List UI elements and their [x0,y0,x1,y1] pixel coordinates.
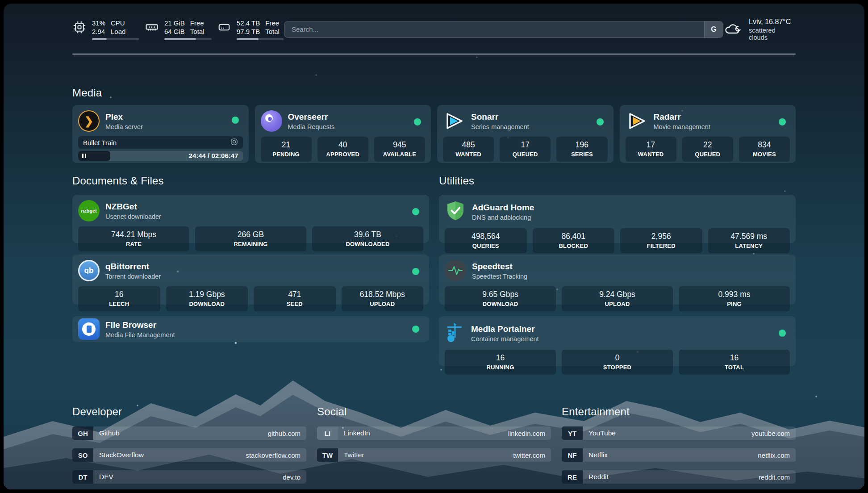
nzbget-name: NZBGet [105,202,161,212]
radarr-icon [626,110,648,132]
weather-condition: scattered clouds [749,27,796,41]
linkedin-abbr-badge: LI [317,426,338,440]
qbittorrent-name: qBittorrent [105,262,161,272]
qbittorrent-stat-leech: 16 LEECH [78,286,160,311]
speedtest-subtitle: Speedtest Tracking [472,273,527,280]
netflix-abbr-badge: NF [562,448,583,462]
bookmark-twitter[interactable]: TW Twitter twitter.com [317,448,551,462]
adguard-name: AdGuard Home [472,203,534,213]
memory-free-value: 21 GiB [164,19,185,27]
qbittorrent-card[interactable]: qb qBittorrent Torrent downloader 16 LEE… [72,255,429,305]
stackoverflow-url: stackoverflow.com [246,451,300,459]
speedtest-card[interactable]: Speedtest Speedtest Tracking 9.65 Gbps D… [439,255,796,305]
plex-progress-bar[interactable]: 24:44 / 02:06:47 [78,151,243,161]
search-bar: G [284,21,723,38]
memory-progress-track [164,38,212,40]
section-media: Media ❯ Plex Media server Bullet Train [72,87,796,163]
filebrowser-status-dot [412,326,419,333]
cpu-usage-value: 31% [92,19,105,27]
overseerr-icon [261,110,282,132]
overseerr-stat-approved: 40 APPROVED [317,137,368,162]
adguard-card[interactable]: AdGuard Home DNS and adblocking 498,564 … [439,195,796,243]
netflix-url: netflix.com [758,451,790,459]
portainer-stat-running: 16 RUNNING [445,350,556,375]
nzbget-stat-remaining: 266 GB REMAINING [195,226,306,251]
speedtest-icon [445,260,466,281]
nzbget-stat-downloaded: 39.6 TB DOWNLOADED [312,226,423,251]
overseerr-name: Overseerr [288,112,335,122]
radarr-stat-wanted: 17 WANTED [626,137,676,162]
disk-total-value: 97.9 TB [237,27,260,36]
nzbget-stat-rate: 744.21 Mbps RATE [78,226,189,251]
qbittorrent-stat-download: 1.19 Gbps DOWNLOAD [166,286,248,311]
cpu-stat-group: 31% 2.94 CPU Load [72,19,139,40]
bookmark-netflix[interactable]: NF Netflix netflix.com [562,448,796,462]
dev-url: dev.to [283,473,300,481]
portainer-subtitle: Container management [471,335,539,343]
radarr-stat-queued: 22 QUEUED [682,137,733,162]
cpu-icon [72,20,87,34]
twitter-name: Twitter [344,451,364,459]
search-engine-button[interactable]: G [704,21,723,38]
sonarr-name: Sonarr [471,112,529,122]
documents-heading: Documents & Files [72,175,429,187]
ram-icon [145,20,159,34]
radarr-card[interactable]: Radarr Movie management 17 WANTED 22 QUE… [620,105,796,163]
radarr-status-dot [779,118,786,125]
sonarr-stat-series: 196 SERIES [556,137,607,162]
twitter-url: twitter.com [513,451,545,459]
sonarr-card[interactable]: Sonarr Series management 485 WANTED 17 Q… [437,105,613,163]
plex-card[interactable]: ❯ Plex Media server Bullet Train [72,105,249,163]
section-entertainment: Entertainment YT YouTube youtube.com NF … [562,405,796,489]
qbittorrent-status-dot [412,268,419,275]
overseerr-status-dot [414,118,421,125]
cpu-load-value: 2.94 [92,27,105,36]
bookmark-dev[interactable]: DT DEV dev.to [72,470,306,484]
plex-status-dot [232,117,239,124]
sonarr-stat-wanted: 485 WANTED [443,137,494,162]
nzbget-card[interactable]: nzbget NZBGet Usenet downloader 744.21 M… [72,195,429,243]
stackoverflow-name: StackOverflow [99,451,144,459]
github-url: github.com [268,430,300,437]
qbittorrent-stat-upload: 618.52 Mbps UPLOAD [342,286,424,311]
plex-subtitle: Media server [105,123,143,130]
memory-progress-fill [164,38,196,40]
overseerr-stat-pending: 21 PENDING [261,137,312,162]
portainer-card[interactable]: Media Portainer Container management 16 … [439,316,796,366]
section-social: Social LI LinkedIn linkedin.com TW Twitt… [317,405,551,489]
cpu-load-label: Load [111,27,125,36]
search-input[interactable] [284,21,704,38]
overseerr-stat-available: 945 AVAILABLE [374,137,425,162]
sonarr-stat-queued: 17 QUEUED [500,137,551,162]
portainer-stat-total: 16 TOTAL [679,350,790,375]
social-heading: Social [317,405,551,418]
youtube-abbr-badge: YT [562,426,583,440]
weather-widget[interactable]: Lviv, 16.87°C scattered clouds [723,18,796,41]
plex-playback-time: 24:44 / 02:06:47 [189,151,238,161]
disk-total-label: Total [265,27,280,36]
filebrowser-card[interactable]: File Browser Media File Management [72,316,429,342]
dashboard-window: 31% 2.94 CPU Load [4,4,864,489]
cpu-usage-label: CPU [111,19,125,27]
overseerr-subtitle: Media Requests [288,123,335,130]
cpu-progress-fill [92,38,107,40]
bookmark-youtube[interactable]: YT YouTube youtube.com [562,426,796,440]
speedtest-stat-ping: 0.993 ms PING [679,286,790,311]
linkedin-name: LinkedIn [344,429,370,437]
bookmark-reddit[interactable]: RE Reddit reddit.com [562,470,796,484]
developer-heading: Developer [72,405,306,418]
overseerr-card[interactable]: Overseerr Media Requests 21 PENDING 40 A… [255,105,431,163]
cpu-progress-track [92,38,139,40]
plex-now-playing-row: Bullet Train [78,136,243,149]
pause-button[interactable] [82,151,86,161]
bookmark-linkedin[interactable]: LI LinkedIn linkedin.com [317,426,551,440]
reddit-abbr-badge: RE [562,470,583,484]
disk-progress-track [237,38,284,40]
radarr-subtitle: Movie management [654,123,710,130]
disk-free-value: 52.4 TB [237,19,260,27]
bookmark-stackoverflow[interactable]: SO StackOverflow stackoverflow.com [72,448,306,462]
bookmark-github[interactable]: GH Github github.com [72,426,306,440]
top-bar: 31% 2.94 CPU Load [72,4,796,43]
dev-name: DEV [99,473,113,481]
memory-stat-group: 21 GiB 64 GiB Free Total [145,19,212,40]
